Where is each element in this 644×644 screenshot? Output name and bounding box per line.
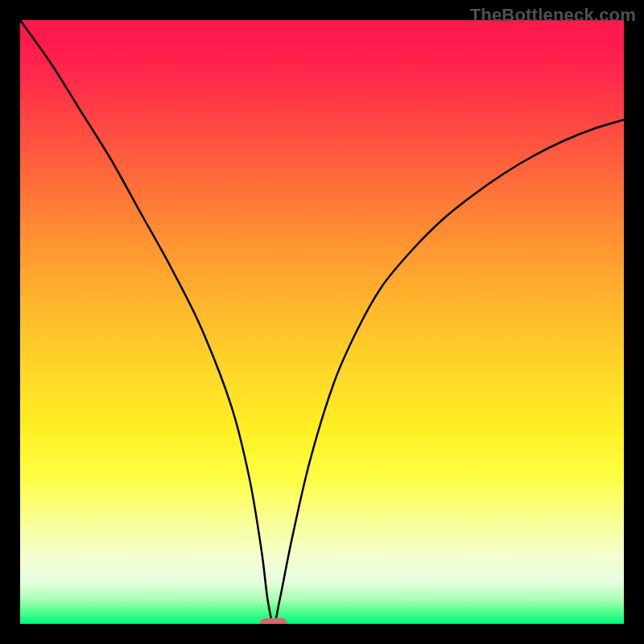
chart-frame: TheBottleneck.com [0, 0, 644, 644]
min-marker [260, 618, 287, 624]
watermark-text: TheBottleneck.com [470, 5, 636, 26]
bottleneck-curve [20, 20, 624, 624]
plot-area [20, 20, 624, 624]
curve-svg [20, 20, 624, 624]
